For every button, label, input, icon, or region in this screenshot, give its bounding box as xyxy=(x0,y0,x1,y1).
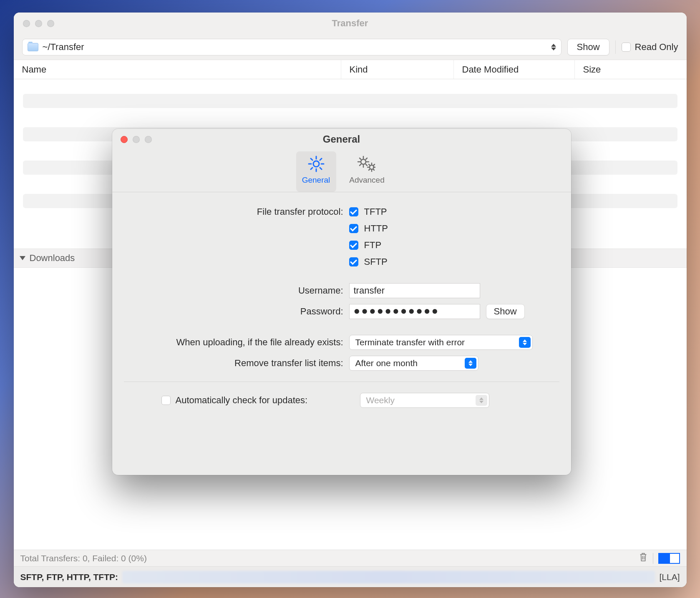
chevron-updown-icon xyxy=(519,337,531,348)
chevron-updown-icon xyxy=(465,358,476,369)
panel-toggle-icon[interactable] xyxy=(658,553,680,564)
tab-general-label: General xyxy=(302,176,330,185)
address-prefix: SFTP, FTP, HTTP, TFTP: xyxy=(20,572,118,582)
checkbox-updates[interactable] xyxy=(161,396,171,405)
path-selector[interactable]: ~/Transfer xyxy=(22,39,562,55)
separator xyxy=(124,382,559,382)
tab-general[interactable]: General xyxy=(296,151,336,192)
prefs-body: File transfer protocol: TFTP HTTP xyxy=(112,192,571,408)
prefs-tabs: General Advanced xyxy=(112,150,571,192)
address-suffix: [LLA] xyxy=(659,572,680,582)
tab-advanced[interactable]: Advanced xyxy=(347,151,387,192)
checkbox-http[interactable] xyxy=(349,224,358,233)
gear-icon xyxy=(307,154,325,174)
upload-exists-select[interactable]: Terminate transfer with error xyxy=(349,335,533,350)
prefs-title: General xyxy=(112,133,571,145)
svg-point-1 xyxy=(361,159,366,164)
separator xyxy=(653,553,653,564)
downloads-label: Downloads xyxy=(30,253,75,264)
tab-advanced-label: Advanced xyxy=(349,176,385,185)
columns-header: Name Kind Date Modified Size xyxy=(14,60,687,79)
prefs-titlebar: General xyxy=(112,129,571,150)
main-window: Transfer ~/Transfer Show Read Only Name … xyxy=(14,13,687,587)
username-field[interactable] xyxy=(349,283,480,298)
preferences-window: General General xyxy=(112,129,571,475)
password-label: Password: xyxy=(124,306,349,317)
read-only-toggle[interactable]: Read Only xyxy=(622,42,678,53)
show-button[interactable]: Show xyxy=(567,39,609,55)
main-titlebar: Transfer xyxy=(14,13,687,34)
list-item xyxy=(23,94,677,108)
protocol-ftp-label: FTP xyxy=(364,240,382,251)
folder-icon xyxy=(28,43,38,51)
checkbox-tftp[interactable] xyxy=(349,207,358,216)
protocol-tftp-label: TFTP xyxy=(364,206,387,217)
show-password-button[interactable]: Show xyxy=(486,304,525,319)
path-value: ~/Transfer xyxy=(43,42,84,53)
download-icon xyxy=(20,256,25,260)
updates-frequency-select: Weekly xyxy=(360,393,489,408)
checkbox-sftp[interactable] xyxy=(349,257,358,266)
main-toolbar: ~/Transfer Show Read Only xyxy=(14,34,687,60)
checkbox-ftp[interactable] xyxy=(349,241,358,250)
column-kind[interactable]: Kind xyxy=(341,60,454,79)
chevron-updown-icon xyxy=(551,44,556,50)
trash-icon[interactable] xyxy=(639,552,648,565)
username-label: Username: xyxy=(124,285,349,296)
protocol-label: File transfer protocol: xyxy=(124,206,349,217)
gears-icon xyxy=(356,154,378,174)
svg-point-0 xyxy=(313,161,319,167)
read-only-label: Read Only xyxy=(635,42,678,53)
column-date[interactable]: Date Modified xyxy=(454,60,575,79)
status-text: Total Transfers: 0, Failed: 0 (0%) xyxy=(20,553,147,563)
remove-items-select[interactable]: After one month xyxy=(349,356,478,371)
separator xyxy=(615,40,616,54)
main-window-title: Transfer xyxy=(14,18,687,29)
chevron-updown-icon xyxy=(476,395,487,406)
column-size[interactable]: Size xyxy=(575,60,687,79)
protocol-http-label: HTTP xyxy=(364,223,388,234)
protocol-sftp-label: SFTP xyxy=(364,256,388,267)
updates-label: Automatically check for updates: xyxy=(176,395,355,406)
address-bar: SFTP, FTP, HTTP, TFTP: [LLA] xyxy=(14,566,687,587)
upload-exists-label: When uploading, if the file already exis… xyxy=(124,337,349,348)
password-field[interactable]: ●●●●●●●●●●● xyxy=(349,304,480,319)
checkbox-icon xyxy=(622,43,631,52)
column-name[interactable]: Name xyxy=(14,60,341,79)
remove-items-label: Remove transfer list items: xyxy=(124,358,349,369)
status-bar: Total Transfers: 0, Failed: 0 (0%) xyxy=(14,550,687,566)
address-blurred xyxy=(122,571,655,583)
